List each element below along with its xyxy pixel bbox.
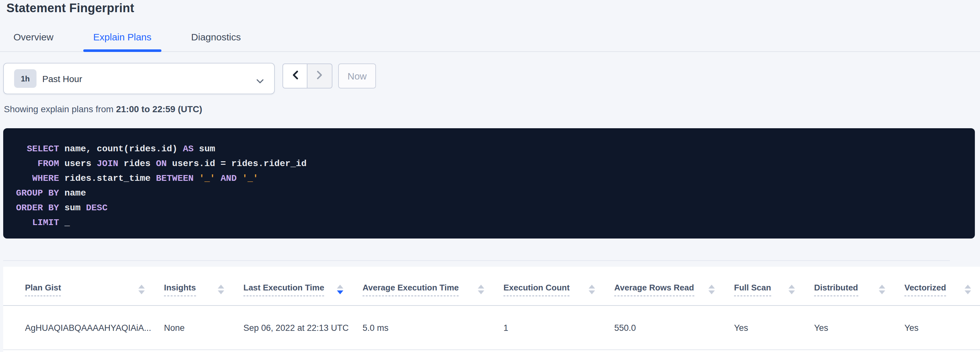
sql-text [237,173,242,183]
tab-explain-plans[interactable]: Explain Plans [83,30,162,51]
column-header-last-execution-time[interactable]: Last Execution Time [243,267,363,306]
active-tab-underline [83,50,162,52]
sort-icons[interactable] [589,284,595,294]
sql-keyword: AND [221,173,237,183]
column-label: Plan Gist [25,282,61,296]
sql-line: LIMIT _ [16,216,962,230]
sort-asc-icon [708,284,715,288]
column-header-content: Average Execution Time [363,282,503,296]
column-header-content: Insights [164,282,243,296]
sort-asc-icon [879,284,885,288]
time-range-badge: 1h [14,69,37,88]
sql-text: _ [59,218,70,227]
sql-text [215,173,221,183]
sql-text [194,173,199,183]
column-label: Execution Count [503,282,570,296]
sort-icons[interactable] [879,284,885,294]
sql-text: sum [194,144,215,154]
sql-text: sum [59,203,86,213]
next-range-button[interactable] [307,64,332,88]
sql-keyword: FROM [37,158,59,169]
sort-desc-icon [138,290,145,294]
sort-icons[interactable] [708,284,715,294]
sql-keyword: LIMIT [32,218,59,227]
column-label: Average Rows Read [614,282,694,296]
column-label: Distributed [814,282,858,296]
summary-range: 21:00 to 22:59 (UTC) [116,104,202,114]
table-row: AgHUAQIABQAAAAHYAQIAiA...NoneSep 06, 202… [3,306,980,350]
column-header-insights[interactable]: Insights [164,267,243,306]
sql-text: rides [118,158,156,169]
sql-keyword: BETWEEN [156,173,194,183]
sort-icons[interactable] [138,284,145,294]
sql-text: users [59,158,97,169]
sort-asc-icon [965,284,971,288]
column-header-content: Full Scan [734,282,814,296]
plans-table-body: AgHUAQIABQAAAAHYAQIAiA...NoneSep 06, 202… [3,306,980,350]
time-range-select[interactable]: 1h Past Hour [3,63,275,94]
section-divider [3,260,950,261]
sql-line: WHERE rides.start_time BETWEEN '_' AND '… [16,171,962,186]
column-label: Last Execution Time [243,282,324,296]
column-label: Insights [164,282,196,296]
time-range-nav [282,64,332,88]
tab-diagnostics[interactable]: Diagnostics [181,30,251,51]
sql-literal: '_' [242,173,258,183]
column-header-average-execution-time[interactable]: Average Execution Time [363,267,503,306]
tab-overview[interactable]: Overview [3,30,64,51]
sql-keyword: DESC [86,203,107,213]
cell-distributed: Yes [814,306,904,350]
cell-last-execution-time: Sep 06, 2022 at 22:13 UTC [243,306,363,350]
tab-label: Explain Plans [93,31,151,42]
plans-table: Plan GistInsightsLast Execution TimeAver… [3,267,980,350]
cell-full-scan: Yes [734,306,814,350]
column-header-content: Average Rows Read [614,282,734,296]
sql-literal: '_' [199,173,215,183]
sql-statement-box: SELECT name, count(rides.id) AS sum FROM… [3,128,975,238]
cell-execution-count: 1 [503,306,614,350]
column-header-content: Last Execution Time [243,282,363,296]
column-header-plan-gist[interactable]: Plan Gist [3,267,164,306]
sql-text [16,158,37,169]
column-header-full-scan[interactable]: Full Scan [734,267,814,306]
cell-plan-gist[interactable]: AgHUAQIABQAAAAHYAQIAiA... [3,306,164,350]
sort-desc-icon [708,290,715,294]
sort-desc-icon [478,290,484,294]
column-header-execution-count[interactable]: Execution Count [503,267,614,306]
sql-keyword: AS [183,144,194,154]
summary-prefix: Showing explain plans from [4,104,116,114]
column-header-average-rows-read[interactable]: Average Rows Read [614,267,734,306]
sort-icons[interactable] [337,284,343,294]
column-header-content: Plan Gist [25,282,164,296]
sql-line: SELECT name, count(rides.id) AS sum [16,142,962,157]
sort-desc-icon [337,290,343,294]
sql-keyword: JOIN [97,158,118,169]
sort-icons[interactable] [965,284,971,294]
sql-text [16,173,32,183]
sql-keyword: ON [156,158,167,169]
sort-desc-icon [218,290,224,294]
sql-line: FROM users JOIN rides ON users.id = ride… [16,157,962,171]
tab-label: Diagnostics [191,31,241,42]
sql-text: rides.start_time [59,173,156,183]
tab-bar: OverviewExplain PlansDiagnostics [0,30,980,52]
sort-icons[interactable] [789,284,795,294]
chevron-left-icon [291,70,299,82]
sort-desc-icon [789,290,795,294]
sort-icons[interactable] [478,284,484,294]
sql-line: ORDER BY sum DESC [16,201,962,216]
column-header-distributed[interactable]: Distributed [814,267,904,306]
sql-keyword: GROUP BY [16,188,59,198]
statement-fingerprint-page: Statement Fingerprint OverviewExplain Pl… [0,0,980,352]
now-button[interactable]: Now [338,64,376,88]
sql-text [16,144,27,154]
sort-icons[interactable] [218,284,224,294]
sql-keyword: WHERE [32,173,59,183]
sort-desc-icon [589,290,595,294]
time-range-summary: Showing explain plans from 21:00 to 22:5… [4,102,202,115]
page-title: Statement Fingerprint [6,1,134,15]
cell-average-execution-time: 5.0 ms [363,306,503,350]
column-header-vectorized[interactable]: Vectorized [904,267,980,306]
sort-asc-icon [589,284,595,288]
prev-range-button[interactable] [282,64,307,88]
